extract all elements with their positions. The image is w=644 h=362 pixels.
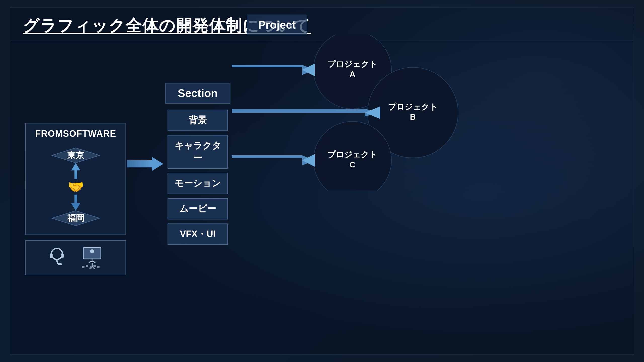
company-box: FROMSOFTWARE 東京 [25, 123, 126, 235]
fukuoka-label: 福岡 [67, 212, 84, 224]
svg-marker-23 [232, 109, 380, 116]
svg-point-13 [86, 265, 88, 267]
svg-point-12 [82, 266, 85, 268]
section-column-header: Section [165, 83, 230, 104]
main-right-arrow [126, 157, 164, 171]
svg-text:プロジェクト: プロジェクト [328, 60, 377, 69]
company-name: FROMSOFTWARE [30, 128, 122, 139]
section-character: キャラクター [168, 135, 228, 169]
svg-point-15 [93, 265, 96, 267]
svg-marker-26 [302, 154, 315, 167]
section-vfx: VFX・UI [168, 223, 228, 245]
fromsoftware-panel: FROMSOFTWARE 東京 [25, 123, 126, 275]
tokyo-label: 東京 [67, 150, 84, 161]
main-content: FROMSOFTWARE 東京 [10, 42, 634, 354]
handshake-icon: 🤝 [68, 179, 84, 195]
projects-svg: プロジェクト A プロジェクト B プロジェクト C [232, 35, 458, 191]
svg-text:プロジェクト: プロジェクト [328, 150, 377, 159]
svg-text:A: A [349, 70, 355, 79]
section-movie: ムービー [168, 198, 228, 219]
sections-column: Section 背景 キャラクター モーション ムービー VFX・UI [164, 83, 232, 245]
svg-point-14 [90, 266, 92, 269]
svg-point-8 [90, 249, 94, 253]
project-column-header: Project [247, 15, 307, 35]
svg-text:プロジェクト: プロジェクト [388, 102, 438, 111]
projects-area: Project [232, 15, 619, 313]
presenter-icon [78, 246, 106, 269]
svg-text:B: B [410, 112, 416, 121]
svg-point-2 [51, 248, 62, 259]
section-background: 背景 [168, 110, 228, 131]
section-motion: モーション [168, 173, 228, 194]
svg-marker-22 [302, 64, 315, 76]
slide: グラフィック全体の開発体制について FROMSOFTWARE 東京 [10, 8, 634, 354]
svg-rect-4 [61, 253, 64, 258]
svg-rect-3 [50, 253, 53, 258]
support-icons-box [25, 240, 126, 275]
svg-point-16 [97, 266, 100, 268]
headset-icon [46, 246, 68, 269]
svg-rect-5 [58, 263, 62, 265]
locations-wrapper: 東京 🤝 [30, 144, 122, 230]
svg-text:C: C [349, 160, 355, 169]
